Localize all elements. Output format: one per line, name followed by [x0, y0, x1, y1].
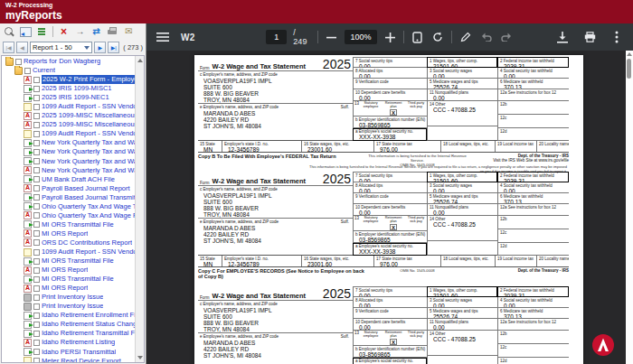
tree-item[interactable]: Current [2, 66, 144, 75]
tree-item[interactable]: New York Quarterly Tax and Wage [2, 157, 144, 166]
scroll-up-icon[interactable] [137, 59, 143, 62]
tree-item-checkbox[interactable] [33, 203, 40, 210]
tree-item-checkbox[interactable] [33, 276, 40, 283]
tree-item[interactable]: Meter Read Device Export [2, 357, 144, 363]
print-icon[interactable] [106, 25, 119, 38]
tree-item-checkbox[interactable] [33, 77, 40, 83]
tree-view-icon[interactable] [35, 25, 49, 38]
tree-item-checkbox[interactable] [33, 131, 40, 137]
next-page-button[interactable]: ▶ [94, 42, 106, 53]
tree-item[interactable]: MI ORS Report [2, 284, 144, 293]
tree-item[interactable]: Idaho Retirement Status Change Fi [2, 320, 144, 329]
tree-item[interactable]: Ohio Quarterly Tax And Wage Tran [2, 202, 144, 211]
more-options-icon[interactable] [609, 30, 624, 44]
tree-item-checkbox[interactable] [33, 185, 40, 191]
tree-item[interactable]: 2025 1099-MISC Miscellaneous Inc [2, 120, 144, 129]
tree-scrollbar[interactable] [135, 56, 144, 362]
tree-item-checkbox[interactable] [33, 176, 40, 182]
adobe-acrobat-icon[interactable] [591, 333, 615, 357]
tree-item-checkbox[interactable] [33, 258, 40, 265]
export-icon[interactable]: → [73, 25, 87, 38]
first-page-button[interactable]: |◀ [3, 42, 14, 53]
zoom-in-button[interactable] [383, 30, 398, 44]
refresh-icon[interactable]: ⇄ [90, 25, 103, 38]
redo-icon[interactable] [499, 30, 514, 44]
tree-item[interactable]: 2025 W-2 Print Form - Employee [2, 75, 144, 84]
tree-item-checkbox[interactable] [33, 167, 40, 173]
tree-item-checkbox[interactable] [33, 95, 40, 101]
tree-item[interactable]: MI ORS Transmittal File [2, 220, 144, 229]
tree-item[interactable]: Print Inventory Issue [2, 302, 144, 311]
tree-item[interactable]: 1099 Audit Report - SSN Vendors N [2, 102, 144, 111]
last-page-button[interactable]: ▶| [108, 42, 119, 53]
tree-item-checkbox[interactable] [33, 122, 40, 128]
tree-item[interactable]: New York Quarterly Tax and Wage [2, 138, 144, 147]
tree-item-checkbox[interactable] [33, 230, 40, 237]
zoom-out-button[interactable] [325, 30, 339, 44]
open-report-icon[interactable]: ◂ [19, 25, 33, 38]
tree-item-checkbox[interactable] [33, 86, 40, 92]
tree-item[interactable]: Idaho Retirement Enrollment File [2, 311, 144, 320]
scrollbar-thumb[interactable] [627, 59, 631, 79]
download-icon[interactable] [555, 30, 570, 44]
tree-item[interactable]: 1099 Audit Report - SSN Vendors N [2, 247, 144, 257]
tree-item-checkbox[interactable] [33, 194, 40, 201]
scroll-up-icon[interactable] [627, 52, 632, 56]
tree-item-checkbox[interactable] [33, 113, 40, 119]
tree-item-checkbox[interactable] [33, 149, 40, 155]
tree-item-checkbox[interactable] [15, 59, 22, 65]
tree-item[interactable]: Idaho Retirement Transmittal File [2, 329, 144, 338]
scroll-down-icon[interactable] [137, 356, 143, 359]
tree-item[interactable]: Payroll Based Journal Transmittal F [2, 193, 144, 202]
annotate-icon[interactable] [458, 30, 473, 44]
undo-icon[interactable] [479, 30, 494, 44]
tree-item[interactable]: 1099 Audit Report - SSN Vendors N [2, 129, 144, 138]
tree-item-checkbox[interactable] [33, 294, 40, 301]
tree-item-checkbox[interactable] [24, 68, 31, 74]
tree-item-checkbox[interactable] [33, 349, 40, 355]
tree-item[interactable]: Print Inventory Issue [2, 293, 144, 302]
tree-item[interactable]: 2025 IRIS 1099-NEC1 [2, 93, 144, 102]
tree-item-checkbox[interactable] [33, 285, 40, 292]
tree-item[interactable]: UM Bank Draft ACH File [2, 175, 144, 184]
delete-icon[interactable]: × [57, 25, 71, 38]
email-icon[interactable]: ✉ [122, 25, 136, 38]
tree-item[interactable]: MI ORS Transmittal File [2, 275, 144, 284]
menu-icon[interactable] [156, 30, 170, 44]
fit-page-icon[interactable] [411, 30, 425, 44]
tree-item-checkbox[interactable] [33, 313, 40, 319]
tree-item[interactable]: New York Quarterly Tax And Wage [2, 166, 144, 175]
report-range-select[interactable]: Report 1 - 50 [30, 42, 92, 53]
rotate-icon[interactable] [431, 30, 446, 44]
tree-item[interactable]: 2025 IRIS 1099-MISC1 [2, 84, 144, 93]
tree-item-checkbox[interactable] [33, 212, 40, 219]
tree-item-checkbox[interactable] [33, 221, 40, 228]
tree-item[interactable]: 2025 1099-MISC Miscellaneous Inc [2, 111, 144, 120]
tree-item-checkbox[interactable] [33, 158, 40, 164]
tree-item-checkbox[interactable] [33, 239, 40, 246]
tree-item-checkbox[interactable] [33, 358, 40, 363]
tree-item-checkbox[interactable] [33, 331, 40, 337]
tree-item[interactable]: Ohio Quarterly Tax And Wage Repo [2, 211, 144, 220]
tree-item[interactable]: Idaho PERSI Transmittal [2, 348, 144, 357]
tree-item[interactable]: MI ORS Report [2, 229, 144, 238]
tree-item-checkbox[interactable] [33, 140, 40, 146]
tree-item[interactable]: New York Quarterly Tax and Wage [2, 147, 144, 156]
tree-item[interactable]: MI ORS Transmittal File [2, 257, 144, 266]
pdf-scrollbar[interactable] [626, 51, 633, 364]
tree-item-checkbox[interactable] [33, 303, 40, 310]
tree-item[interactable]: Idaho Retirement Listing [2, 338, 144, 347]
tree-item-checkbox[interactable] [33, 104, 40, 110]
tree-item-checkbox[interactable] [33, 322, 40, 328]
tree-item[interactable]: Reports for Don Wagberg [2, 57, 144, 66]
print-icon[interactable] [582, 30, 597, 44]
prev-page-button[interactable]: ◀ [16, 42, 28, 53]
tree-item-checkbox[interactable] [33, 249, 40, 256]
tree-item-checkbox[interactable] [33, 267, 40, 274]
tree-item[interactable]: ORS DC Contributions Report [2, 238, 144, 247]
search-icon[interactable] [3, 25, 16, 38]
tree-item[interactable]: MI ORS Report [2, 266, 144, 275]
tree-item-checkbox[interactable] [33, 340, 40, 346]
tree-item[interactable]: Payroll Based Journal Report [2, 184, 144, 193]
page-number-input[interactable]: 1 [266, 30, 287, 44]
